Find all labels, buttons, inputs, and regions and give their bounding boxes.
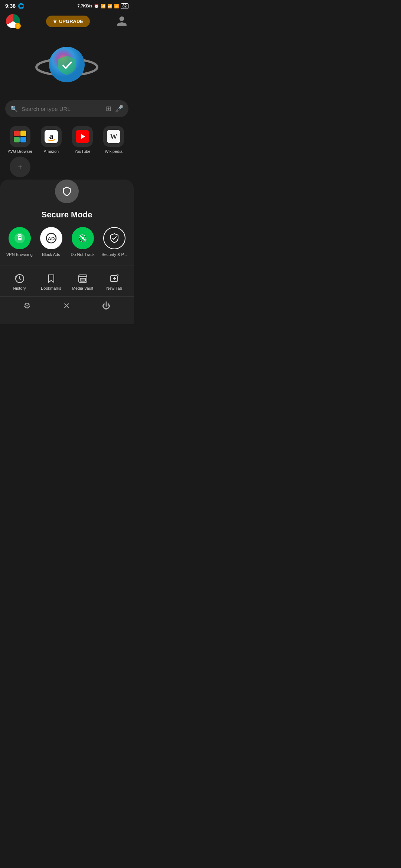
- block-ads-icon-circle: AD: [40, 227, 62, 249]
- history-label: History: [13, 286, 26, 290]
- avg-browser-icon: [10, 126, 30, 147]
- shield-fab-button[interactable]: [55, 180, 79, 203]
- shortcut-amazon[interactable]: a Amazon: [37, 126, 65, 154]
- settings-nav-button[interactable]: ⚙: [23, 301, 31, 311]
- new-tab-icon: [109, 273, 120, 284]
- alarm-icon: ⏰: [94, 4, 99, 9]
- block-ads-label: Block Ads: [42, 252, 60, 257]
- bookmarks-label: Bookmarks: [41, 286, 61, 290]
- planet-illustration: [33, 39, 100, 91]
- upgrade-button[interactable]: ★ UPGRADE: [46, 16, 90, 27]
- do-not-track-label: Do Not Track: [71, 252, 94, 257]
- action-new-tab[interactable]: New Tab: [99, 273, 129, 290]
- search-actions: ⊞ 🎤: [106, 105, 123, 113]
- amazon-label: Amazon: [44, 149, 59, 154]
- vpn-icon-circle: [9, 227, 31, 249]
- svg-rect-15: [18, 238, 22, 240]
- profile-icon[interactable]: [116, 15, 128, 27]
- feature-vpn-browsing[interactable]: VPN Browsing: [4, 227, 35, 257]
- wifi-icon: 📶: [114, 4, 119, 9]
- qr-code-icon[interactable]: ⊞: [106, 105, 111, 113]
- action-history[interactable]: History: [4, 273, 35, 290]
- globe-icon: 🌐: [18, 3, 24, 9]
- action-media-vault[interactable]: Media Vault: [68, 273, 98, 290]
- vpn-flag-container[interactable]: ⚡: [6, 14, 20, 28]
- security-icon-circle: [103, 227, 125, 249]
- svg-rect-3: [14, 131, 20, 136]
- svg-rect-26: [80, 278, 85, 281]
- history-icon: [14, 273, 25, 284]
- wikipedia-icon: W: [103, 126, 124, 147]
- shortcuts-area: AVG Browser a Amazon YouTub: [0, 123, 134, 188]
- shortcut-wikipedia[interactable]: W Wikipedia: [100, 126, 128, 154]
- svg-text:W: W: [110, 132, 117, 141]
- svg-rect-4: [20, 131, 26, 136]
- svg-line-21: [80, 235, 86, 241]
- do-not-track-icon-circle: [72, 227, 94, 249]
- youtube-label: YouTube: [74, 149, 90, 154]
- status-time: 9:38: [5, 3, 16, 9]
- security-label: Security & P...: [101, 252, 127, 257]
- svg-text:a: a: [49, 131, 53, 141]
- top-bar: ⚡ ★ UPGRADE: [0, 10, 134, 32]
- media-vault-label: Media Vault: [72, 286, 93, 290]
- status-bar: 9:38 🌐 7.7KB/s ⏰ 📶 📶 📶 82: [0, 0, 134, 10]
- search-input[interactable]: [22, 106, 102, 112]
- vpn-browsing-label: VPN Browsing: [6, 252, 33, 257]
- bottom-sheet: Secure Mode VPN Browsing A: [0, 180, 134, 324]
- feature-security[interactable]: Security & P...: [99, 227, 129, 257]
- search-bar[interactable]: 🔍 ⊞ 🎤: [5, 100, 128, 117]
- new-tab-label: New Tab: [106, 286, 122, 290]
- features-row: VPN Browsing AD Block Ads D: [0, 227, 134, 266]
- youtube-icon: [72, 126, 93, 147]
- hero-area: [0, 32, 134, 100]
- lightning-badge: ⚡: [15, 23, 21, 29]
- shortcuts-grid: AVG Browser a Amazon YouTub: [6, 126, 128, 154]
- status-right: 7.7KB/s ⏰ 📶 📶 📶 82: [78, 3, 128, 9]
- power-nav-button[interactable]: ⏻: [102, 301, 110, 311]
- close-nav-button[interactable]: ✕: [63, 301, 70, 311]
- search-bar-container: 🔍 ⊞ 🎤: [0, 100, 134, 123]
- battery: 82: [121, 3, 128, 9]
- bookmarks-icon: [46, 273, 56, 284]
- search-icon: 🔍: [10, 105, 18, 112]
- wikipedia-label: Wikipedia: [105, 149, 123, 154]
- bottom-nav: ⚙ ✕ ⏻: [0, 296, 134, 318]
- media-vault-icon: [78, 273, 88, 284]
- shortcut-youtube[interactable]: YouTube: [68, 126, 97, 154]
- svg-rect-6: [20, 137, 26, 142]
- svg-rect-5: [14, 137, 20, 142]
- svg-text:AD: AD: [48, 236, 55, 241]
- feature-do-not-track[interactable]: Do Not Track: [68, 227, 98, 257]
- feature-block-ads[interactable]: AD Block Ads: [36, 227, 66, 257]
- secure-mode-title: Secure Mode: [0, 203, 134, 227]
- microphone-icon[interactable]: 🎤: [115, 105, 123, 113]
- avg-browser-label: AVG Browser: [8, 149, 32, 154]
- bottom-actions-row: History Bookmarks Media Vault: [0, 266, 134, 296]
- status-left: 9:38 🌐: [5, 3, 24, 9]
- signal-icon2: 📶: [107, 4, 113, 9]
- network-speed: 7.7KB/s: [78, 4, 92, 8]
- signal-icon1: 📶: [101, 4, 106, 9]
- shortcut-avg-browser[interactable]: AVG Browser: [6, 126, 34, 154]
- amazon-icon: a: [41, 126, 62, 147]
- upgrade-star: ★: [53, 19, 57, 24]
- action-bookmarks[interactable]: Bookmarks: [36, 273, 66, 290]
- add-shortcut-button[interactable]: +: [10, 157, 30, 177]
- upgrade-label: UPGRADE: [59, 19, 83, 24]
